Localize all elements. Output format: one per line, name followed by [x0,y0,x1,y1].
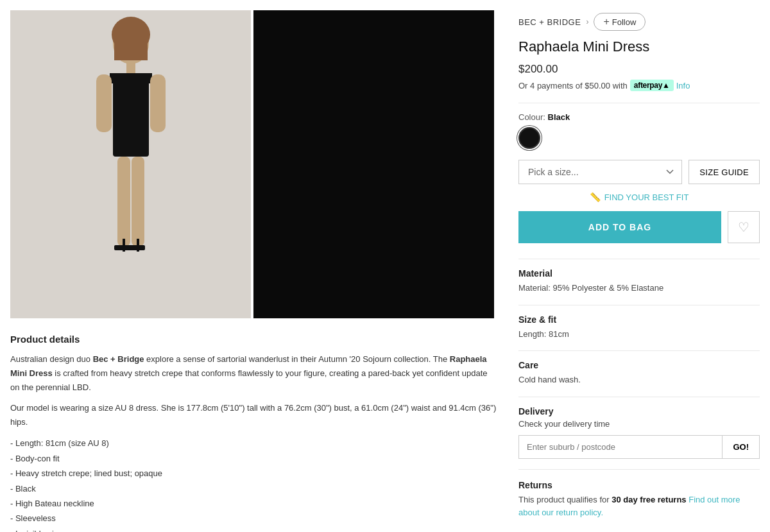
bullet-item: - Sleeveless [10,511,498,526]
colour-value: Black [548,112,570,122]
bullet-item: - High Bateau neckline [10,496,498,511]
bullet-item: - Length: 81cm (size AU 8) [10,436,498,450]
follow-button[interactable]: + Follow [594,13,646,31]
delivery-description: Check your delivery time [518,419,760,429]
add-to-bag-row: ADD TO BAG ♡ [518,211,760,243]
description-bullets: - Length: 81cm (size AU 8)- Body-con fit… [10,436,498,532]
divider-2 [518,259,760,259]
wishlist-button[interactable]: ♡ [728,211,760,243]
product-price: $200.00 [518,63,760,76]
product-image-black [253,10,494,318]
material-heading: Material [518,268,760,279]
product-title: Raphaela Mini Dress [518,39,760,55]
svg-rect-7 [96,74,112,132]
page-container: Product details Australian design duo Be… [0,0,770,532]
delivery-section: Delivery Check your delivery time GO! [518,406,760,459]
postcode-input[interactable] [518,435,723,459]
find-fit-row[interactable]: 📏 FIND YOUR BEST FIT [518,192,760,202]
colour-row: Colour: Black [518,112,760,151]
add-to-bag-button[interactable]: ADD TO BAG [518,211,721,243]
svg-rect-6 [110,73,152,83]
find-fit-label: FIND YOUR BEST FIT [604,193,689,202]
afterpay-row: Or 4 payments of $50.00 with afterpay▲ I… [518,80,760,91]
material-detail: Material: 95% Polyester & 5% Elastane [518,282,760,295]
divider-4 [518,350,760,351]
svg-rect-3 [114,35,148,60]
afterpay-info-link[interactable]: Info [676,81,690,90]
product-description: Product details Australian design duo Be… [10,318,498,532]
brand-name: BEC + BRIDGE [518,17,581,27]
returns-text-1: This product qualifies for [518,495,612,504]
bullet-item: - Heavy stretch crepe; lined bust; opaqu… [10,466,498,481]
product-title-bold: Raphaela Mini Dress [10,354,487,378]
size-fit-detail: Length: 81cm [518,328,760,341]
size-select[interactable]: Pick a size... AU 6 AU 8 AU 10 AU 12 AU … [518,160,682,184]
product-image-model [10,10,251,318]
product-info: BEC + BRIDGE › + Follow Raphaela Mini Dr… [518,10,760,532]
svg-rect-4 [126,63,135,74]
svg-rect-10 [132,157,144,246]
bullet-item: - Invisible zip [10,526,498,532]
returns-heading: Returns [518,480,760,490]
afterpay-text: Or 4 payments of $50.00 with [518,81,628,90]
size-guide-button[interactable]: SIZE GUIDE [689,160,760,184]
description-paragraph2: Our model is wearing a size AU 8 dress. … [10,401,498,429]
size-fit-heading: Size & fit [518,314,760,325]
colour-swatch-black[interactable] [518,127,540,149]
divider-3 [518,305,760,305]
size-row: Pick a size... AU 6 AU 8 AU 10 AU 12 AU … [518,160,760,184]
delivery-heading: Delivery [518,406,760,416]
brand-row: BEC + BRIDGE › + Follow [518,13,760,31]
care-heading: Care [518,360,760,370]
returns-bold: 30 day free returns [612,495,686,504]
heart-icon: ♡ [738,219,749,235]
brand-chevron-icon: › [586,17,588,26]
description-paragraph1: Australian design duo Bec + Bridge explo… [10,352,498,395]
brand-bold: Bec + Bridge [93,354,144,364]
postcode-row: GO! [518,435,760,459]
bullet-item: - Black [10,481,498,496]
colour-label: Colour: Black [518,112,760,122]
image-gallery [10,10,498,318]
material-section: Material Material: 95% Polyester & 5% El… [518,268,760,295]
description-heading: Product details [10,334,498,345]
ruler-icon: 📏 [590,192,601,202]
svg-rect-8 [150,74,166,132]
divider-5 [518,397,760,397]
returns-text: This product qualifies for 30 day free r… [518,493,760,520]
follow-label: Follow [612,17,637,27]
afterpay-logo: afterpay▲ [630,80,674,91]
svg-rect-14 [137,239,139,252]
returns-section: Returns This product qualifies for 30 da… [518,480,760,520]
care-section: Care Cold hand wash. [518,360,760,386]
size-fit-section: Size & fit Length: 81cm [518,314,760,341]
svg-rect-5 [113,73,149,157]
go-button[interactable]: GO! [723,435,760,459]
follow-plus-icon: + [603,16,609,28]
svg-rect-9 [117,157,130,246]
care-detail: Cold hand wash. [518,373,760,386]
divider-1 [518,103,760,103]
svg-rect-12 [123,239,125,252]
divider-6 [518,469,760,470]
bullet-item: - Body-con fit [10,451,498,466]
